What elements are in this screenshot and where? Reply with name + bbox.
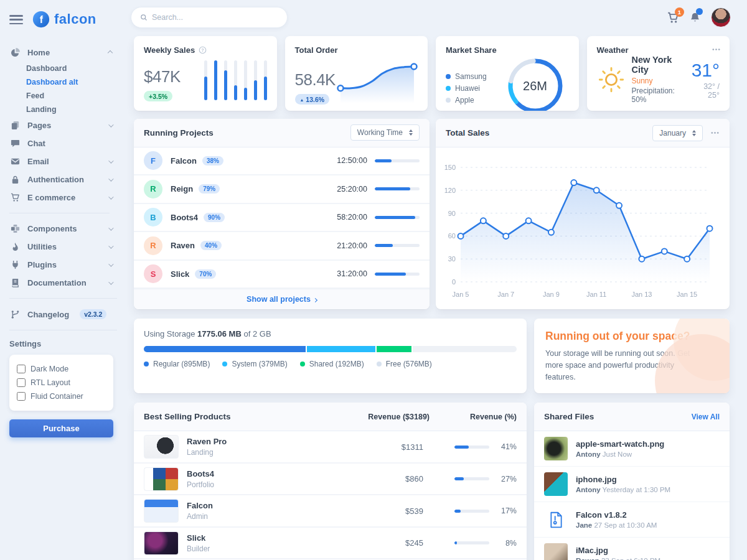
product-name-link[interactable]: Falcon bbox=[187, 501, 213, 510]
product-category: Portfolio bbox=[187, 480, 214, 489]
sidebar-item-dashboard[interactable]: Dashboard bbox=[9, 62, 117, 75]
sidebar-item-pages[interactable]: Pages bbox=[9, 116, 117, 134]
storage-legend-free: Free (576MB) bbox=[377, 360, 432, 368]
project-time: 58:20:00 bbox=[337, 213, 367, 222]
topbar: 1 bbox=[125, 0, 747, 35]
sidebar-item-utilities[interactable]: Utilities bbox=[9, 238, 117, 256]
project-name-link[interactable]: Slick bbox=[171, 269, 189, 279]
project-avatar: R bbox=[144, 180, 162, 198]
month-select[interactable]: January bbox=[652, 125, 703, 141]
rtl-layout-checkbox[interactable] bbox=[17, 378, 26, 387]
shared-files-card: Shared Files View All apple-smart-watch.… bbox=[534, 403, 730, 560]
svg-text:90: 90 bbox=[448, 210, 456, 217]
storage-used: 1775.06 MB bbox=[197, 329, 242, 338]
product-pct: 17% bbox=[497, 506, 517, 515]
project-name-link[interactable]: Boots4 bbox=[171, 213, 198, 222]
market-share-title: Market Share bbox=[446, 45, 497, 55]
menu-toggle-icon[interactable] bbox=[9, 14, 23, 24]
falcon-logo[interactable]: f falcon bbox=[32, 10, 96, 29]
sidebar-item-changelog[interactable]: Changelog v2.3.2 bbox=[9, 305, 125, 324]
legend-label: Free (576MB) bbox=[386, 360, 432, 368]
sidebar-item-plugins[interactable]: Plugins bbox=[9, 256, 117, 274]
bar bbox=[244, 60, 247, 100]
chevron-down-icon bbox=[108, 122, 113, 127]
chart-pie-icon bbox=[11, 48, 21, 57]
file-name-link[interactable]: apple-smart-watch.png bbox=[576, 439, 664, 449]
project-progress-badge: 70% bbox=[195, 269, 216, 279]
legend-label: Apple bbox=[455, 96, 474, 105]
file-meta: Rowen 23 Sep at 6:10 PM bbox=[576, 557, 660, 560]
file-name-link[interactable]: iphone.jpg bbox=[576, 475, 670, 484]
project-progress-bar bbox=[375, 187, 420, 190]
file-author: Antony bbox=[576, 450, 601, 458]
sidebar-item-documentation[interactable]: Documentation bbox=[9, 274, 117, 292]
project-avatar: S bbox=[144, 264, 162, 283]
purchase-button[interactable]: Purchase bbox=[9, 419, 113, 437]
sidebar-item-authentication[interactable]: Authentication bbox=[9, 170, 117, 189]
file-name-link[interactable]: iMac.jpg bbox=[576, 546, 660, 555]
product-price: $860 bbox=[364, 474, 423, 483]
sidebar-item-label: Documentation bbox=[27, 278, 102, 287]
nav-divider bbox=[9, 213, 110, 213]
sidebar-item-components[interactable]: Components bbox=[9, 220, 117, 238]
chevron-up-icon bbox=[108, 50, 113, 55]
weather-menu-button[interactable] bbox=[712, 45, 721, 54]
file-name-link[interactable]: Falcon v1.8.2 bbox=[576, 510, 657, 520]
search-input[interactable] bbox=[152, 13, 278, 22]
sidebar-item-e-commerce[interactable]: E commerce bbox=[9, 189, 117, 207]
weekly-sales-title: Weekly Sales bbox=[144, 45, 195, 55]
bar-fill bbox=[244, 88, 247, 100]
project-row: BBoots490%58:20:00 bbox=[134, 204, 430, 233]
product-thumbnail bbox=[144, 531, 179, 555]
upgrade-storage-link[interactable]: Upgrade storage bbox=[545, 393, 613, 393]
dark-mode-checkbox[interactable] bbox=[17, 365, 26, 373]
sidebar-item-landing[interactable]: Landing bbox=[9, 103, 117, 116]
file-author: Jane bbox=[576, 521, 592, 529]
project-name-link[interactable]: Raven bbox=[171, 241, 195, 250]
shared-files-title: Shared Files bbox=[544, 412, 594, 421]
sidebar-item-dashboard-alt[interactable]: Dashboard alt bbox=[9, 75, 117, 89]
bar-fill bbox=[254, 80, 257, 100]
help-icon[interactable]: ? bbox=[199, 46, 207, 54]
total-order-value: 58.4K bbox=[295, 70, 336, 90]
setting-option-dark-mode: Dark Mode bbox=[17, 362, 106, 376]
market-share-total: 26M bbox=[505, 56, 565, 111]
product-pct: 41% bbox=[497, 442, 517, 451]
product-name-link[interactable]: Raven Pro bbox=[187, 437, 227, 446]
falcon-logo-text: falcon bbox=[54, 11, 96, 27]
svg-text:0: 0 bbox=[452, 278, 456, 286]
working-time-select[interactable]: Working Time bbox=[350, 124, 420, 141]
project-progress-bar bbox=[375, 273, 420, 276]
sidebar-item-email[interactable]: Email bbox=[9, 152, 117, 170]
product-text: SlickBuilder bbox=[187, 533, 210, 553]
search-bar[interactable] bbox=[131, 7, 288, 28]
upgrade-space-card: Running out of your space? Your storage … bbox=[534, 319, 730, 393]
sidebar-item-home[interactable]: Home bbox=[9, 44, 117, 62]
project-name-link[interactable]: Reign bbox=[171, 184, 193, 194]
project-time: 21:20:00 bbox=[337, 241, 367, 250]
caret-up-icon: ▲ bbox=[300, 97, 304, 101]
project-name-link[interactable]: Falcon bbox=[171, 156, 197, 166]
total-sales-menu-button[interactable] bbox=[710, 128, 720, 138]
bar-fill bbox=[234, 85, 237, 100]
product-progress-cell: 27% bbox=[423, 475, 517, 483]
best-selling-card: Best Selling Products Revenue ($3189) Re… bbox=[134, 403, 527, 560]
view-all-link[interactable]: View All bbox=[692, 413, 720, 421]
show-all-projects-link[interactable]: Show all projects bbox=[247, 295, 317, 304]
file-thumbnail bbox=[544, 543, 568, 560]
product-name-link[interactable]: Slick bbox=[187, 533, 210, 543]
bar bbox=[214, 60, 217, 100]
project-progress-bar bbox=[375, 159, 420, 162]
sidebar-item-chat[interactable]: Chat bbox=[9, 134, 117, 152]
svg-text:60: 60 bbox=[448, 232, 456, 240]
file-row: iMac.jpgRowen 23 Sep at 6:10 PM bbox=[534, 538, 730, 560]
project-progress-badge: 90% bbox=[204, 213, 225, 222]
product-name-link[interactable]: Boots4 bbox=[187, 469, 214, 478]
bar-fill bbox=[214, 60, 217, 100]
sidebar-item-feed[interactable]: Feed bbox=[9, 89, 117, 103]
user-avatar[interactable] bbox=[711, 7, 731, 27]
fluid-container-checkbox[interactable] bbox=[17, 392, 26, 401]
cart-button[interactable]: 1 bbox=[667, 12, 679, 24]
notifications-button[interactable] bbox=[689, 12, 701, 24]
product-category: Builder bbox=[187, 544, 210, 553]
